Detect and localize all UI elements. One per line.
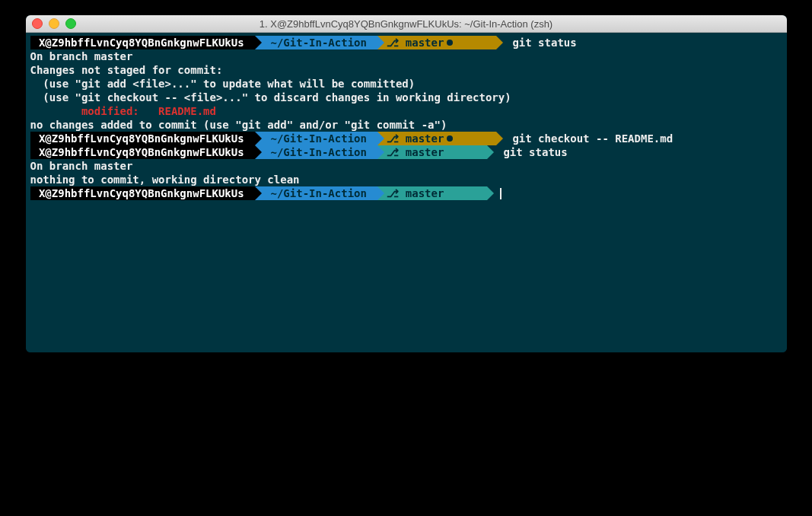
window-title: 1. X@Z9hbffLvnCyq8YQBnGnkgnwFLKUkUs: ~/G… (26, 18, 787, 30)
branch-icon: ⎇ (387, 132, 399, 145)
output-line: (use "git checkout -- <file>..." to disc… (30, 91, 782, 104)
branch-segment-dirty: ⎇ master (384, 36, 496, 49)
output-line: On branch master (30, 159, 782, 173)
path-segment: ~/Git-In-Action (262, 186, 377, 200)
separator-icon (377, 36, 384, 49)
separator-icon (496, 36, 503, 49)
path-segment: ~/Git-In-Action (262, 132, 377, 145)
branch-segment-clean: ⎇ master (384, 186, 487, 200)
traffic-lights (32, 18, 76, 29)
branch-segment-clean: ⎇ master (384, 145, 487, 159)
separator-icon (487, 186, 494, 200)
user-host-segment: X@Z9hbffLvnCyq8YQBnGnkgnwFLKUkUs (30, 145, 256, 159)
minimize-icon[interactable] (49, 18, 59, 29)
command-text: git status (494, 145, 568, 159)
output-line: (use "git add <file>..." to update what … (30, 77, 782, 91)
user-host-segment: X@Z9hbffLvnCyq8YQBnGnkgnwFLKUkUs (30, 132, 256, 145)
separator-icon (255, 186, 262, 200)
close-icon[interactable] (32, 18, 43, 29)
branch-label: master (399, 145, 444, 159)
dirty-indicator-icon (447, 40, 453, 46)
separator-icon (487, 145, 494, 159)
branch-label: master (399, 36, 444, 49)
path-segment: ~/Git-In-Action (262, 145, 377, 159)
separator-icon (377, 186, 384, 200)
separator-icon (255, 132, 262, 145)
command-text: git status (503, 36, 577, 49)
branch-icon: ⎇ (387, 145, 399, 159)
separator-icon (255, 36, 262, 49)
zoom-icon[interactable] (65, 18, 76, 29)
prompt-line-active[interactable]: X@Z9hbffLvnCyq8YQBnGnkgnwFLKUkUs ~/Git-I… (30, 186, 782, 200)
branch-label: master (399, 186, 444, 200)
separator-icon (496, 132, 503, 145)
prompt-line: X@Z9hbffLvnCyq8YQBnGnkgnwFLKUkUs ~/Git-I… (30, 36, 782, 49)
branch-icon: ⎇ (387, 186, 399, 200)
terminal-body[interactable]: X@Z9hbffLvnCyq8YQBnGnkgnwFLKUkUs ~/Git-I… (26, 33, 787, 352)
separator-icon (377, 132, 384, 145)
output-line-modified: modified: README.md (30, 104, 782, 118)
prompt-line: X@Z9hbffLvnCyq8YQBnGnkgnwFLKUkUs ~/Git-I… (30, 145, 782, 159)
user-host-segment: X@Z9hbffLvnCyq8YQBnGnkgnwFLKUkUs (30, 186, 256, 200)
branch-label: master (399, 132, 444, 145)
output-line: nothing to commit, working directory cle… (30, 173, 782, 186)
cursor-icon (500, 188, 502, 199)
output-line: On branch master (30, 49, 782, 63)
output-line: no changes added to commit (use "git add… (30, 118, 782, 132)
prompt-line: X@Z9hbffLvnCyq8YQBnGnkgnwFLKUkUs ~/Git-I… (30, 132, 782, 145)
output-line: Changes not staged for commit: (30, 63, 782, 77)
separator-icon (377, 145, 384, 159)
path-segment: ~/Git-In-Action (262, 36, 377, 49)
user-host-segment: X@Z9hbffLvnCyq8YQBnGnkgnwFLKUkUs (30, 36, 256, 49)
separator-icon (255, 145, 262, 159)
terminal-window: 1. X@Z9hbffLvnCyq8YQBnGnkgnwFLKUkUs: ~/G… (26, 15, 787, 352)
titlebar[interactable]: 1. X@Z9hbffLvnCyq8YQBnGnkgnwFLKUkUs: ~/G… (26, 15, 787, 33)
branch-icon: ⎇ (387, 36, 399, 49)
command-text: git checkout -- README.md (503, 132, 673, 145)
